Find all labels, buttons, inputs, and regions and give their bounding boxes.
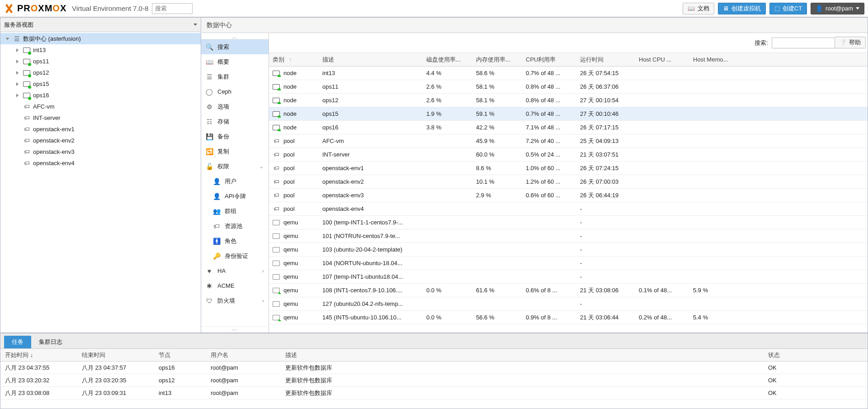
help-button[interactable]: ❔ 帮助 — [835, 37, 866, 48]
grid-row[interactable]: qemu 108 (INT1-centos7.9-10.106.... 0.0 … — [269, 284, 868, 297]
col-status[interactable]: 状态 — [764, 351, 868, 359]
col-desc[interactable]: 描述 — [319, 56, 423, 64]
expander-icon[interactable] — [15, 81, 20, 87]
grid-row[interactable]: node ops12 2.6 % 58.1 % 0.8% of 48 ... 2… — [269, 94, 868, 107]
col-uptime[interactable]: 运行时间 — [576, 56, 635, 64]
menu-ha[interactable]: ♥HA› — [201, 263, 269, 278]
tree-node-int13[interactable]: int13 — [0, 44, 201, 56]
menu-groups[interactable]: 👥群组 — [201, 204, 269, 219]
menu-auth[interactable]: 🔑身份验证 — [201, 248, 269, 263]
grid-row[interactable]: qemu 127 (ubuntu20.04.2-nfs-temp... - — [269, 297, 868, 311]
grid-row[interactable]: qemu 104 (NORTUN-ubuntu-18.04... - — [269, 257, 868, 270]
grid-row[interactable]: qemu 100 (temp-INT1-1-centos7.9-... - — [269, 216, 868, 229]
tasks-body[interactable]: 八月 23 04:37:55 八月 23 04:37:57 ops16 root… — [0, 361, 868, 409]
expander-icon[interactable] — [15, 93, 20, 98]
user-menu-button[interactable]: 👤 root@pam — [811, 3, 864, 14]
col-node[interactable]: 节点 — [154, 351, 206, 359]
expander-icon[interactable] — [15, 70, 20, 76]
menu-roles[interactable]: 🚹角色 — [201, 233, 269, 248]
menu-search[interactable]: 🔍搜索 — [201, 39, 269, 54]
tree-pool-AFC-vm[interactable]: AFC-vm — [0, 101, 201, 112]
grid-body[interactable]: node int13 4.4 % 58.6 % 0.7% of 48 ... 2… — [269, 67, 868, 333]
grid-row[interactable]: node ops15 1.9 % 59.1 % 0.7% of 48 ... 2… — [269, 107, 868, 121]
tab-cluster-log[interactable]: 集群日志 — [31, 336, 70, 348]
grid-row[interactable]: pool openstack-env4 - — [269, 202, 868, 216]
menu-summary[interactable]: 📖概要 — [201, 54, 269, 69]
cell-uptime: 26 天 07:54:15 — [576, 69, 635, 77]
grid-row[interactable]: node ops16 3.8 % 42.2 % 7.1% of 48 ... 2… — [269, 121, 868, 134]
cell-type: qemu — [283, 300, 298, 307]
expander-icon[interactable] — [15, 48, 20, 53]
tree-pool-openstack-env1[interactable]: openstack-env1 — [0, 124, 201, 135]
col-disk[interactable]: 磁盘使用率... — [423, 56, 472, 64]
grid-row[interactable]: pool AFC-vm 45.9 % 7.2% of 40 ... 25 天 0… — [269, 134, 868, 148]
tree-pool-openstack-env2[interactable]: openstack-env2 — [0, 135, 201, 146]
col-cpu[interactable]: CPU利用率 — [522, 56, 576, 64]
col-user[interactable]: 用户名 — [206, 351, 281, 359]
col-start[interactable]: 开始时间 ↓ — [0, 351, 77, 359]
cell-desc: 108 (INT1-centos7.9-10.106.... — [319, 287, 423, 294]
tree-label: ops11 — [33, 58, 49, 65]
menu-pools[interactable]: 🏷资源池 — [201, 219, 269, 233]
cell-desc: 104 (NORTUN-ubuntu-18.04... — [319, 260, 423, 266]
grid-row[interactable]: pool openstack-env3 2.9 % 0.6% of 60 ...… — [269, 189, 868, 202]
menu-cluster[interactable]: ☰集群 — [201, 69, 269, 84]
menu-backup[interactable]: 💾备份 — [201, 129, 269, 144]
create-vm-button[interactable]: 🖥 创建虚拟机 — [718, 3, 766, 14]
col-end[interactable]: 结束时间 — [77, 351, 154, 359]
tree-label: openstack-env1 — [33, 126, 75, 133]
grid-row[interactable]: pool openstack-env2 10.1 % 1.2% of 60 ..… — [269, 175, 868, 189]
grid-row[interactable]: pool INT-server 60.0 % 0.5% of 24 ... 21… — [269, 148, 868, 162]
grid-row[interactable]: node ops11 2.6 % 58.1 % 0.8% of 48 ... 2… — [269, 80, 868, 94]
grid-row[interactable]: node int13 4.4 % 58.6 % 0.7% of 48 ... 2… — [269, 67, 868, 80]
task-row[interactable]: 八月 23 04:37:55 八月 23 04:37:57 ops16 root… — [0, 361, 868, 374]
tree-node-ops12[interactable]: ops12 — [0, 67, 201, 78]
docs-button[interactable]: 📖 文档 — [683, 3, 714, 14]
grid-row[interactable]: qemu 103 (ubuntu-20-04-2-template) - — [269, 243, 868, 257]
menu-replication[interactable]: 🔁复制 — [201, 144, 269, 159]
tree-node-ops11[interactable]: ops11 — [0, 56, 201, 67]
cell-mem: 58.6 % — [472, 70, 522, 76]
view-selector[interactable]: 服务器视图 — [0, 18, 201, 32]
menu-storage[interactable]: ☷存储 — [201, 114, 269, 129]
collapse-down-icon[interactable]: ﹀ — [201, 326, 269, 333]
create-ct-button[interactable]: ⬚ 创建CT — [769, 3, 807, 14]
expander-icon[interactable] — [5, 36, 10, 42]
tab-tasks[interactable]: 任务 — [4, 336, 31, 348]
grid-row[interactable]: pool openstack-env1 8.6 % 1.0% of 60 ...… — [269, 162, 868, 175]
task-row[interactable]: 八月 23 03:08:08 八月 23 03:09:31 int13 root… — [0, 387, 868, 399]
cell-uptime: 26 天 06:37:06 — [576, 83, 635, 91]
cell-type: pool — [283, 178, 295, 185]
tree-pool-openstack-env4[interactable]: openstack-env4 — [0, 157, 201, 169]
col-hostmem[interactable]: Host Memo... — [689, 56, 739, 63]
task-row[interactable]: 八月 23 03:20:32 八月 23 03:20:35 ops12 root… — [0, 374, 868, 387]
pool-icon — [273, 192, 280, 199]
grid-row[interactable]: qemu 107 (temp-INT1-ubuntu18.04... - — [269, 270, 868, 284]
tree-node-ops15[interactable]: ops15 — [0, 78, 201, 90]
qemu-stopped-icon — [273, 300, 280, 308]
tree-pool-openstack-env3[interactable]: openstack-env3 — [0, 146, 201, 157]
menu-ceph[interactable]: ◯Ceph — [201, 84, 269, 99]
menu-permissions[interactable]: 🔓权限⌄ — [201, 159, 269, 174]
cell-uptime: - — [576, 260, 635, 266]
menu-users[interactable]: 👤用户 — [201, 174, 269, 189]
grid-row[interactable]: qemu 145 (INT5-ubuntu-10.106.10... 0.0 %… — [269, 311, 868, 324]
menu-firewall[interactable]: 🛡防火墙› — [201, 293, 269, 308]
tree-pool-INT-server[interactable]: INT-server — [0, 112, 201, 124]
menu-options[interactable]: ⚙选项 — [201, 99, 269, 114]
chevron-down-icon — [193, 24, 197, 26]
col-desc[interactable]: 描述 — [281, 351, 764, 359]
menu-acme[interactable]: ✱ACME — [201, 278, 269, 293]
tree-node-ops16[interactable]: ops16 — [0, 90, 201, 101]
col-mem[interactable]: 内存使用率... — [472, 56, 522, 64]
collapse-up-icon[interactable]: ︿ — [201, 33, 269, 39]
grid-row[interactable]: qemu 101 (NOTRUN-centos7.9-te... - — [269, 229, 868, 243]
expander-icon[interactable] — [15, 59, 20, 64]
tree-datacenter[interactable]: 数据中心 (asterfusion) — [0, 33, 201, 44]
help-icon: ❔ — [840, 39, 847, 46]
global-search[interactable] — [152, 3, 193, 14]
col-type[interactable]: 类别↑ — [269, 56, 319, 64]
global-search-input[interactable] — [152, 3, 193, 14]
menu-api-tokens[interactable]: 👤API令牌 — [201, 189, 269, 204]
col-hostcpu[interactable]: Host CPU ... — [635, 56, 689, 63]
